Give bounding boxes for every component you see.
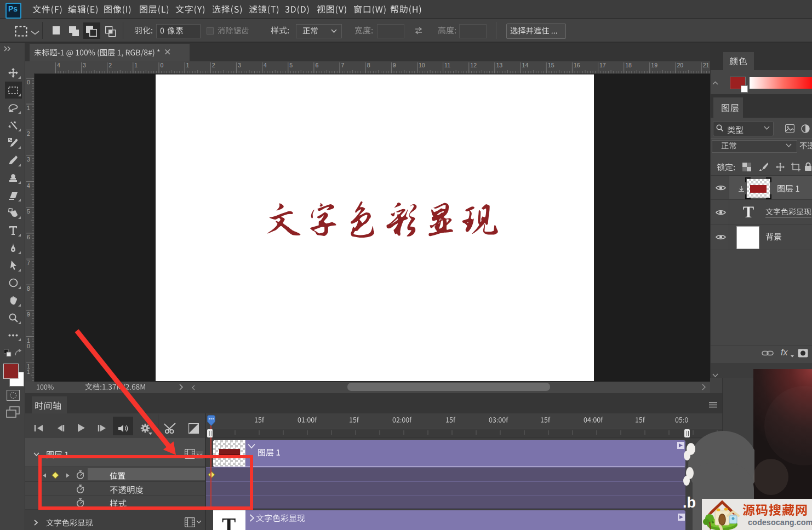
svg-text:2: 2: [27, 130, 30, 137]
svg-text:3: 3: [238, 62, 241, 68]
svg-text:5: 5: [289, 62, 293, 68]
svg-text:14: 14: [522, 62, 529, 68]
svg-text:7: 7: [27, 260, 30, 266]
svg-text:19: 19: [651, 62, 657, 68]
svg-text:8: 8: [27, 285, 30, 292]
svg-text:1: 1: [134, 62, 138, 68]
svg-text:2: 2: [108, 62, 112, 68]
svg-text:20: 20: [677, 62, 684, 68]
svg-text:17: 17: [599, 62, 606, 68]
svg-text:4: 4: [264, 62, 267, 68]
svg-text:12: 12: [470, 62, 477, 68]
svg-text:0: 0: [161, 62, 164, 68]
svg-text:1: 1: [186, 62, 190, 68]
svg-text:3: 3: [27, 156, 30, 163]
svg-text:15: 15: [548, 62, 554, 68]
svg-text:13: 13: [496, 62, 502, 68]
svg-text:10: 10: [419, 62, 425, 68]
svg-text:5: 5: [27, 208, 30, 215]
svg-text:1: 1: [27, 368, 30, 375]
svg-text:21: 21: [703, 62, 710, 68]
svg-text:3: 3: [83, 62, 86, 68]
svg-text:2: 2: [212, 62, 215, 68]
svg-text:7: 7: [341, 62, 345, 68]
svg-text:6: 6: [27, 234, 30, 240]
svg-text:4: 4: [27, 182, 30, 189]
svg-text:0: 0: [27, 343, 30, 349]
svg-text:18: 18: [625, 62, 632, 68]
svg-text:9: 9: [27, 311, 30, 318]
svg-text:9: 9: [393, 62, 396, 68]
svg-text:11: 11: [444, 62, 450, 68]
svg-text:16: 16: [574, 62, 580, 68]
svg-text:8: 8: [367, 62, 370, 68]
svg-text:6: 6: [315, 62, 318, 68]
svg-text:4: 4: [57, 62, 60, 68]
svg-text:0: 0: [27, 79, 30, 85]
svg-text:1: 1: [27, 105, 30, 111]
